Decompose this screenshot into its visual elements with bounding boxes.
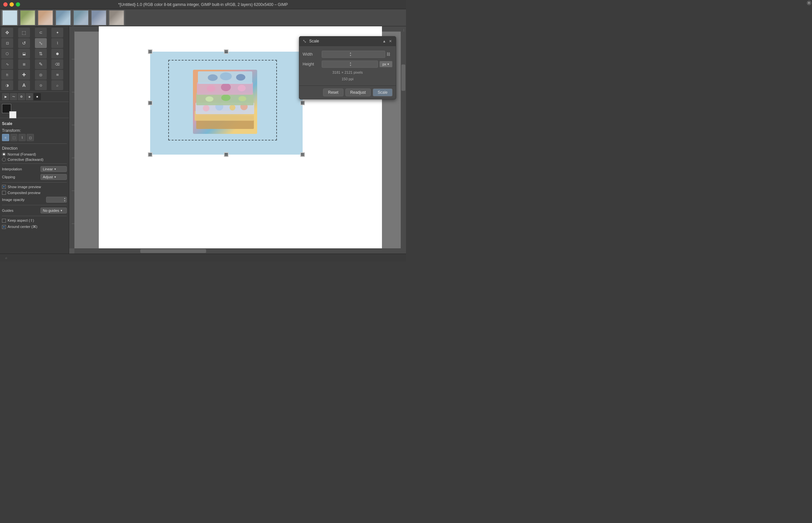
minimize-button[interactable] bbox=[10, 2, 14, 6]
tab-4[interactable] bbox=[72, 10, 90, 26]
tab-1[interactable] bbox=[19, 10, 36, 26]
image-opacity-up[interactable]: ▲ bbox=[64, 197, 66, 200]
guides-dropdown[interactable]: No guides ▼ bbox=[40, 208, 67, 214]
mini-toolbar: ▶ 〜 ⚙ ◈ ■ bbox=[0, 92, 69, 102]
foreground-color[interactable] bbox=[2, 104, 14, 116]
direction-corrective-row[interactable]: Corrective (Backward) bbox=[2, 157, 67, 162]
move-tool[interactable]: ✥ bbox=[1, 28, 13, 37]
keep-aspect-checkbox[interactable] bbox=[2, 219, 6, 223]
around-center-row[interactable]: ✕ Around center (⌘) bbox=[2, 224, 67, 230]
scale-handle-bm[interactable] bbox=[224, 152, 228, 157]
scale-handle-bl[interactable] bbox=[148, 152, 153, 157]
device-status-button[interactable]: ◈ bbox=[26, 93, 33, 100]
heal-tool[interactable]: ✚ bbox=[18, 70, 30, 79]
horizontal-scrollbar[interactable] bbox=[74, 248, 406, 254]
lasso-tool[interactable]: ⊂ bbox=[35, 28, 47, 37]
dynamics-button[interactable]: 〜 bbox=[10, 93, 17, 100]
tab-bar: ✕ bbox=[0, 9, 406, 26]
crop-tool[interactable]: ⊡ bbox=[1, 38, 13, 48]
tab-6[interactable] bbox=[108, 10, 125, 26]
rect-select-tool[interactable]: ⬚ bbox=[18, 28, 30, 37]
guides-label: Guides bbox=[2, 209, 14, 213]
direction-normal-row[interactable]: Normal (Forward) bbox=[2, 152, 67, 157]
composited-preview-checkbox[interactable] bbox=[2, 191, 6, 195]
scale-handle-mr[interactable] bbox=[300, 101, 305, 105]
width-input-wrapper[interactable]: 3181 ▲ ▼ bbox=[322, 51, 385, 58]
canvas-area[interactable]: 1000 2000 3000 4000 5000 6000 7000 8000 bbox=[69, 26, 406, 254]
transform3d-tool[interactable]: ⬓ bbox=[18, 49, 30, 58]
height-input-wrapper[interactable]: 2121 ▲ ▼ bbox=[322, 60, 378, 68]
tab-5[interactable] bbox=[90, 10, 107, 26]
tab-2[interactable] bbox=[37, 10, 54, 26]
image-opacity-input[interactable]: 100.0 bbox=[47, 197, 63, 202]
image-opacity-spinner[interactable]: 100.0 ▲ ▼ bbox=[46, 197, 67, 203]
composited-preview-row[interactable]: Composited preview bbox=[2, 190, 67, 196]
scale-handle-tl[interactable] bbox=[148, 49, 153, 54]
transform-layer-btn[interactable]: ≡ bbox=[2, 134, 9, 141]
tool-presets-button[interactable]: ▶ bbox=[2, 93, 9, 100]
close-button[interactable] bbox=[3, 2, 7, 6]
direction-corrective-radio[interactable] bbox=[2, 158, 6, 162]
tab-thumbnail-5 bbox=[91, 11, 106, 25]
shear-tool[interactable]: ⌇ bbox=[51, 38, 63, 48]
background-color-swatch[interactable] bbox=[9, 111, 16, 119]
eraser-tool[interactable]: ⌫ bbox=[51, 59, 63, 69]
direction-normal-radio[interactable] bbox=[2, 152, 6, 156]
height-down[interactable]: ▼ bbox=[349, 64, 352, 67]
show-image-preview-row[interactable]: ✕ Show image preview bbox=[2, 184, 67, 190]
scale-dialog-header: ⤡ Scale ▲ ✕ bbox=[299, 37, 396, 46]
scale-handle-tm[interactable] bbox=[224, 49, 228, 54]
maximize-button[interactable] bbox=[16, 2, 20, 6]
tab-active[interactable] bbox=[1, 10, 18, 26]
fuzzy-select-tool[interactable]: ✦ bbox=[51, 28, 63, 37]
color-swatches-area bbox=[0, 102, 69, 118]
paint-tool[interactable]: ✎ bbox=[35, 59, 47, 69]
flip-tool[interactable]: ⇅ bbox=[35, 49, 47, 58]
perspective-tool[interactable]: ⬡ bbox=[1, 49, 13, 58]
around-center-checkbox[interactable]: ✕ bbox=[2, 225, 6, 229]
transform-image-btn[interactable]: ◻ bbox=[27, 134, 34, 141]
show-image-preview-checkbox[interactable]: ✕ bbox=[2, 185, 6, 189]
height-up[interactable]: ▲ bbox=[349, 61, 352, 64]
scale-handle-ml[interactable] bbox=[148, 101, 153, 105]
width-up[interactable]: ▲ bbox=[349, 52, 352, 54]
readjust-button[interactable]: Readjust bbox=[345, 89, 371, 96]
width-input[interactable]: 3181 bbox=[322, 51, 348, 57]
dodge-tool[interactable]: ◑ bbox=[1, 80, 13, 90]
options-button[interactable]: ⚙ bbox=[18, 93, 25, 100]
smudge-tool[interactable]: ≋ bbox=[51, 70, 63, 79]
scale-dialog-body: Width 3181 ▲ ▼ ⛓ Height 2121 bbox=[299, 46, 396, 86]
scale-dialog-minimize[interactable]: ▲ bbox=[382, 39, 386, 43]
tab-3[interactable] bbox=[55, 10, 72, 26]
unified-transform-tool[interactable]: ⊞ bbox=[18, 59, 30, 69]
clone-tool[interactable]: ⎘ bbox=[1, 70, 13, 79]
scaled-layer[interactable] bbox=[150, 51, 303, 155]
cage-tool[interactable]: ⬢ bbox=[51, 49, 63, 58]
interpolation-dropdown[interactable]: Linear ▼ bbox=[40, 166, 67, 172]
scale-handle-br[interactable] bbox=[300, 152, 305, 157]
scale-button[interactable]: Scale bbox=[373, 89, 393, 96]
section-title-scale: Scale bbox=[2, 120, 67, 127]
tab-thumbnail-6 bbox=[109, 11, 124, 25]
clipping-label: Clipping bbox=[2, 175, 15, 179]
unit-dropdown[interactable]: px ▼ bbox=[379, 61, 393, 68]
clipping-dropdown[interactable]: Adjust ▼ bbox=[40, 174, 67, 180]
scale-dialog-close[interactable]: ✕ bbox=[388, 39, 393, 43]
width-down[interactable]: ▼ bbox=[349, 54, 352, 57]
color-picker-tool[interactable]: ⊙ bbox=[35, 80, 47, 90]
warp-tool[interactable]: ∿ bbox=[1, 59, 13, 69]
black-square-button[interactable]: ■ bbox=[34, 93, 41, 100]
zoom-tool[interactable]: ⌕ bbox=[51, 80, 63, 90]
vertical-scrollbar[interactable] bbox=[401, 32, 406, 248]
scale-tool[interactable]: ⤡ bbox=[35, 38, 47, 48]
transform-path-btn[interactable]: ⌇ bbox=[18, 134, 26, 141]
reset-button[interactable]: Reset bbox=[323, 89, 343, 96]
chain-link-icon[interactable]: ⛓ bbox=[386, 52, 391, 57]
convolve-tool[interactable]: ◎ bbox=[35, 70, 47, 79]
image-opacity-down[interactable]: ▼ bbox=[64, 200, 66, 202]
keep-aspect-row[interactable]: Keep aspect (⇧) bbox=[2, 217, 67, 224]
transform-selection-btn[interactable]: ⬚ bbox=[10, 134, 17, 141]
height-input[interactable]: 2121 bbox=[322, 61, 348, 68]
rotate-tool[interactable]: ↺ bbox=[18, 38, 30, 48]
text-tool[interactable]: A bbox=[18, 80, 30, 90]
